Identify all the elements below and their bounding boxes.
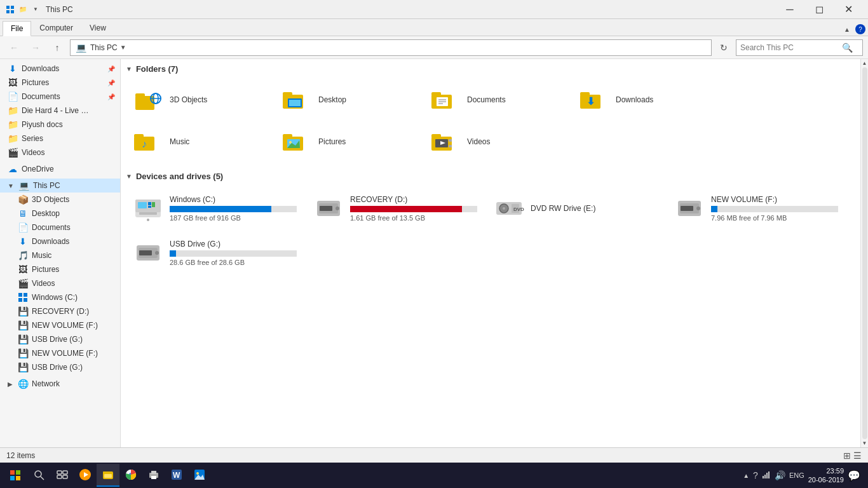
drive-item-dvde[interactable]: DVD DVD RW Drive (E:) bbox=[487, 187, 665, 229]
drives-chevron: ▼ bbox=[126, 173, 132, 180]
sidebar-item-videos-pinned[interactable]: 🎬 Videos bbox=[0, 146, 120, 159]
drive-name-dvde: DVD RW Drive (E:) bbox=[531, 204, 658, 213]
documents-icon: 📄 bbox=[8, 92, 18, 102]
title-bar-app-icon bbox=[5, 4, 15, 15]
view-controls: ⊞ ☰ bbox=[843, 451, 862, 461]
details-view-btn[interactable]: ☰ bbox=[853, 451, 862, 461]
start-button[interactable] bbox=[3, 463, 28, 488]
sidebar-item-3dobjects[interactable]: 📦 3D Objects bbox=[0, 193, 120, 207]
sidebar-item-usbg2[interactable]: 💾 USB Drive (G:) bbox=[0, 360, 120, 374]
help-button[interactable]: ? bbox=[855, 24, 865, 34]
folder-item-pictures[interactable]: Pictures bbox=[275, 122, 421, 161]
back-button[interactable]: ← bbox=[5, 39, 23, 57]
sidebar-item-series[interactable]: 📁 Series bbox=[0, 132, 120, 146]
drive-item-windowsc[interactable]: Windows (C:) 187 GB free of 916 GB bbox=[126, 187, 304, 229]
svg-point-50 bbox=[336, 207, 339, 210]
recoveryd-icon: 💾 bbox=[18, 306, 28, 316]
tray-notification-icon[interactable]: 💬 bbox=[848, 470, 860, 482]
sidebar-item-videos[interactable]: 🎬 Videos bbox=[0, 276, 120, 290]
sidebar-item-pictures-pinned[interactable]: 🖼 Pictures 📌 bbox=[0, 76, 120, 90]
svg-rect-66 bbox=[16, 470, 20, 475]
ribbon-collapse-btn[interactable]: ▲ bbox=[841, 25, 853, 34]
folder-icon2: 📁 bbox=[8, 119, 18, 130]
drive-name-usbg: USB Drive (G:) bbox=[170, 240, 297, 248]
svg-text:♪: ♪ bbox=[142, 139, 147, 149]
folder-item-videos[interactable]: Videos bbox=[423, 122, 569, 161]
sidebar-item-diehard[interactable]: 📁 Die Hard 4 - Live Free C bbox=[0, 104, 120, 118]
taskbar-item-vlc[interactable] bbox=[74, 464, 97, 487]
main-area: ⬇ Downloads 📌 🖼 Pictures 📌 📄 Documents 📌… bbox=[0, 59, 868, 447]
sidebar-item-thispc[interactable]: ▼ 💻 This PC bbox=[0, 179, 120, 193]
taskbar-item-word[interactable]: W bbox=[165, 464, 188, 487]
address-box[interactable]: 💻 This PC ▼ bbox=[70, 39, 712, 56]
svg-rect-84 bbox=[151, 476, 156, 479]
sidebar-item-downloads[interactable]: ⬇ Downloads bbox=[0, 234, 120, 248]
minimize-button[interactable]: ─ bbox=[775, 0, 804, 19]
search-button[interactable] bbox=[28, 464, 51, 487]
taskbar-item-print[interactable] bbox=[142, 464, 165, 487]
refresh-button[interactable]: ↻ bbox=[715, 39, 732, 56]
sidebar-item-onedrive[interactable]: ☁ OneDrive bbox=[0, 162, 120, 176]
sidebar-item-documents-pinned[interactable]: 📄 Documents 📌 bbox=[0, 90, 120, 104]
sidebar-item-desktop[interactable]: 🖥 Desktop bbox=[0, 207, 120, 220]
svg-rect-3 bbox=[11, 10, 14, 13]
tab-file[interactable]: File bbox=[3, 21, 31, 36]
taskbar-item-explorer[interactable] bbox=[97, 464, 119, 487]
drives-section-header[interactable]: ▼ Devices and drives (5) bbox=[126, 172, 855, 181]
sidebar-item-usbg[interactable]: 💾 USB Drive (G:) bbox=[0, 332, 120, 346]
svg-rect-27 bbox=[134, 134, 144, 138]
tab-view[interactable]: View bbox=[81, 20, 114, 36]
folders-section-header[interactable]: ▼ Folders (7) bbox=[126, 64, 855, 74]
folder-item-documents[interactable]: Documents bbox=[423, 80, 569, 119]
drive-item-usbg[interactable]: USB Drive (G:) 28.6 GB free of 28.6 GB bbox=[126, 232, 304, 274]
folder-item-music[interactable]: ♪ Music bbox=[126, 122, 272, 161]
taskbar-item-chrome[interactable] bbox=[119, 464, 142, 487]
address-path-segment1: This PC bbox=[90, 43, 118, 52]
forward-button[interactable]: → bbox=[27, 39, 44, 57]
sidebar-item-downloads-pinned[interactable]: ⬇ Downloads 📌 bbox=[0, 62, 120, 76]
sidebar-item-music[interactable]: 🎵 Music bbox=[0, 248, 120, 262]
scrollbar[interactable]: ▲ ▼ bbox=[860, 59, 868, 447]
tray-network-icon[interactable] bbox=[762, 470, 771, 481]
folder-img-pictures bbox=[281, 126, 312, 157]
svg-rect-46 bbox=[139, 212, 157, 215]
folder-name-documents: Documents bbox=[467, 95, 506, 104]
sidebar-item-recoveryd[interactable]: 💾 RECOVERY (D:) bbox=[0, 304, 120, 318]
search-input[interactable] bbox=[740, 43, 842, 52]
scroll-up-btn[interactable]: ▲ bbox=[862, 60, 867, 66]
drive-bar-bg-usbg bbox=[170, 250, 297, 257]
large-icons-view-btn[interactable]: ⊞ bbox=[843, 451, 851, 461]
maximize-button[interactable]: ◻ bbox=[804, 0, 834, 19]
svg-text:DVD: DVD bbox=[513, 207, 524, 212]
taskbar-item-photos[interactable] bbox=[188, 464, 211, 487]
drive-info-usbg: USB Drive (G:) 28.6 GB free of 28.6 GB bbox=[170, 240, 297, 266]
folder-item-downloads[interactable]: ⬇ Downloads bbox=[572, 80, 718, 119]
drive-item-newvolumef[interactable]: NEW VOLUME (F:) 7.96 MB free of 7.96 MB bbox=[667, 187, 845, 229]
drive-bar-bg-windowsc bbox=[170, 206, 297, 212]
folder-name-downloads: Downloads bbox=[616, 95, 653, 104]
drive-img-recoveryd bbox=[313, 193, 344, 224]
tray-question-icon[interactable]: ? bbox=[753, 470, 758, 480]
tray-expand-btn[interactable]: ▲ bbox=[743, 472, 749, 479]
sidebar-item-piyush[interactable]: 📁 Piyush docs bbox=[0, 118, 120, 132]
scroll-thumb[interactable] bbox=[862, 67, 867, 439]
sidebar-item-documents[interactable]: 📄 Documents bbox=[0, 220, 120, 234]
taskbar-item-taskview[interactable] bbox=[51, 464, 74, 487]
folder-item-desktop[interactable]: Desktop bbox=[275, 80, 421, 119]
search-icon: 🔍 bbox=[842, 43, 853, 53]
svg-rect-14 bbox=[283, 92, 292, 96]
tab-computer[interactable]: Computer bbox=[31, 20, 81, 36]
sidebar-item-newvolumef2[interactable]: 💾 NEW VOLUME (F:) bbox=[0, 346, 120, 360]
sidebar-item-pictures[interactable]: 🖼 Pictures bbox=[0, 262, 120, 276]
close-button[interactable]: ✕ bbox=[834, 0, 863, 19]
folder-item-3dobjects[interactable]: 3D Objects bbox=[126, 80, 272, 119]
svg-point-55 bbox=[503, 207, 505, 210]
search-box[interactable]: 🔍 bbox=[736, 39, 863, 56]
sidebar-item-newvolumef[interactable]: 💾 NEW VOLUME (F:) bbox=[0, 318, 120, 332]
up-button[interactable]: ↑ bbox=[48, 39, 66, 57]
drive-item-recoveryd[interactable]: RECOVERY (D:) 1.61 GB free of 13.5 GB bbox=[306, 187, 484, 229]
scroll-down-btn[interactable]: ▼ bbox=[862, 440, 867, 446]
sidebar-item-network[interactable]: ▶ 🌐 Network bbox=[0, 377, 120, 391]
tray-volume-icon[interactable]: 🔊 bbox=[775, 470, 785, 480]
sidebar-item-windowsc[interactable]: Windows (C:) bbox=[0, 290, 120, 304]
